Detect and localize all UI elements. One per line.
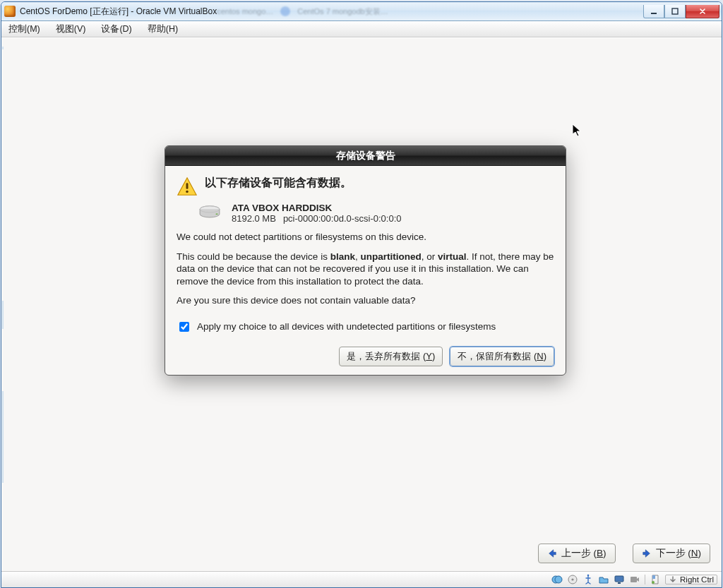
disk-size: 8192.0 MB <box>232 213 276 224</box>
artifact <box>2 391 4 483</box>
virtualbox-menubar: 控制(M) 视图(V) 设备(D) 帮助(H) <box>1 21 722 37</box>
status-mouse-integration-icon[interactable] <box>650 574 661 585</box>
warning-icon <box>177 176 198 197</box>
menu-view[interactable]: 视图(V) <box>54 22 88 37</box>
window-minimize-button[interactable] <box>643 5 664 18</box>
arrow-left-icon <box>547 548 557 558</box>
status-recording-icon[interactable] <box>629 574 640 585</box>
apply-all-label: Apply my choice to all devices with unde… <box>197 321 496 332</box>
harddisk-icon <box>198 204 222 221</box>
disk-name: ATA VBOX HARDDISK <box>232 203 402 213</box>
yes-discard-button[interactable]: 是，丢弃所有数据 (Y) <box>339 347 443 366</box>
svg-rect-2 <box>186 183 189 188</box>
titlebar-background-tabs: centos mongo… CentOs 7 mongodb安装… <box>217 6 643 17</box>
disk-details: 8192.0 MBpci-0000:00:0d.0-scsi-0:0:0:0 <box>232 213 402 224</box>
window-buttons <box>643 5 719 18</box>
storage-warning-dialog: 存储设备警告 以下存储设备可能含有数据。 <box>165 145 566 376</box>
svg-point-12 <box>587 575 590 577</box>
arrow-right-icon <box>642 548 652 558</box>
no-keep-button[interactable]: 不，保留所有数据 (N) <box>450 347 554 366</box>
dialog-heading: 以下存储设备可能含有数据。 <box>205 176 352 191</box>
dialog-paragraph-2: This could be because the device is blan… <box>177 251 554 288</box>
dialog-paragraph-3: Are you sure this device does not contai… <box>177 294 554 307</box>
svg-rect-0 <box>651 13 657 14</box>
svg-rect-14 <box>618 582 621 584</box>
artifact <box>2 301 4 329</box>
window-maximize-button[interactable] <box>664 5 686 18</box>
artifact <box>2 47 4 49</box>
window-title: CentOS ForDemo [正在运行] - Oracle VM Virtua… <box>20 6 217 18</box>
svg-point-8 <box>555 576 562 583</box>
svg-rect-15 <box>631 577 637 582</box>
svg-point-16 <box>652 581 655 584</box>
virtualbox-statusbar: Right Ctrl <box>1 571 722 587</box>
status-harddisk-icon[interactable] <box>551 574 563 585</box>
apply-all-checkbox-row[interactable]: Apply my choice to all devices with unde… <box>177 320 554 334</box>
dialog-paragraph-1: We could not detect partitions or filesy… <box>177 231 554 244</box>
window-titlebar[interactable]: CentOS ForDemo [正在运行] - Oracle VM Virtua… <box>1 2 722 21</box>
menu-devices[interactable]: 设备(D) <box>100 22 133 37</box>
host-key-label: Right Ctrl <box>680 575 714 584</box>
virtualbox-window: CentOS ForDemo [正在运行] - Oracle VM Virtua… <box>1 1 722 588</box>
status-optical-icon[interactable] <box>567 574 578 585</box>
svg-rect-6 <box>216 214 218 215</box>
vm-display[interactable]: 存储设备警告 以下存储设备可能含有数据。 <box>1 37 722 571</box>
status-shared-folder-icon[interactable] <box>598 574 609 585</box>
status-usb-icon[interactable] <box>582 574 594 585</box>
window-close-button[interactable] <box>686 5 719 18</box>
cursor-icon <box>572 124 582 140</box>
svg-rect-13 <box>615 576 623 582</box>
menu-control[interactable]: 控制(M) <box>7 22 42 37</box>
menu-help[interactable]: 帮助(H) <box>146 22 179 37</box>
svg-point-11 <box>571 578 573 580</box>
status-separator <box>645 575 645 584</box>
back-button[interactable]: 上一步 (B) <box>538 544 616 563</box>
host-key-indicator[interactable]: Right Ctrl <box>665 575 717 584</box>
disk-entry: ATA VBOX HARDDISK 8192.0 MBpci-0000:00:0… <box>198 203 554 224</box>
arrow-down-icon <box>669 575 677 584</box>
apply-all-checkbox[interactable] <box>179 322 189 332</box>
svg-point-3 <box>186 191 189 193</box>
next-button[interactable]: 下一步 (N) <box>633 544 711 563</box>
virtualbox-icon <box>4 6 16 17</box>
svg-rect-1 <box>672 8 678 14</box>
dialog-title[interactable]: 存储设备警告 <box>165 146 566 166</box>
status-display-icon[interactable] <box>614 574 625 585</box>
disk-path: pci-0000:00:0d.0-scsi-0:0:0:0 <box>283 213 402 224</box>
wizard-nav: 上一步 (B) 下一步 (N) <box>538 544 710 563</box>
